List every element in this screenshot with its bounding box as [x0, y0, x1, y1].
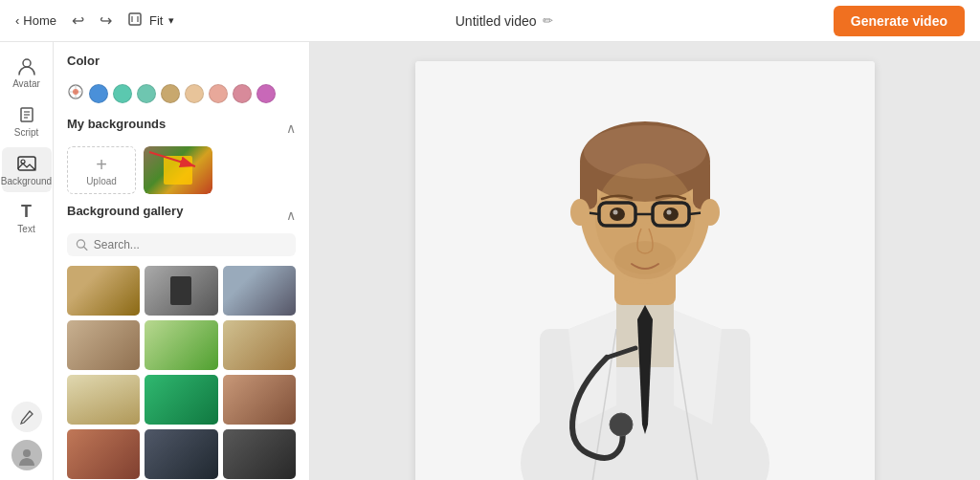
svg-rect-0	[129, 13, 141, 25]
sidebar-item-background[interactable]: Background	[2, 147, 52, 192]
gallery-item-3[interactable]	[223, 266, 296, 316]
svg-point-9	[73, 89, 78, 95]
gallery-grid	[67, 266, 296, 480]
background-gallery-section-header: Background gallery ∧	[67, 204, 296, 226]
my-backgrounds-section-header: My backgrounds ∧	[67, 117, 296, 139]
main: Avatar Script Background T Text	[0, 42, 980, 480]
edit-tool-button[interactable]	[11, 402, 42, 432]
gallery-item-8[interactable]	[145, 375, 217, 425]
color-swatch-blue[interactable]	[89, 84, 108, 103]
svg-point-7	[23, 449, 31, 457]
redo-button[interactable]: ↪	[96, 10, 116, 32]
user-avatar-icon	[16, 445, 37, 466]
color-section-header: Color	[67, 54, 296, 76]
svg-point-38	[667, 210, 672, 215]
user-avatar-thumb[interactable]	[11, 440, 42, 470]
canvas-area	[310, 42, 980, 480]
svg-point-40	[570, 199, 590, 226]
background-gallery-collapse-icon[interactable]: ∧	[286, 207, 296, 223]
color-swatch-salmon[interactable]	[209, 84, 228, 103]
color-swatch-tan[interactable]	[161, 84, 180, 103]
gallery-item-11[interactable]	[145, 429, 217, 479]
color-swatch-purple[interactable]	[256, 84, 276, 103]
gallery-item-1[interactable]	[67, 266, 140, 316]
color-picker-icon[interactable]	[67, 83, 84, 103]
fit-dropdown-icon: ▾	[168, 14, 174, 27]
my-backgrounds-row: + Upload	[67, 146, 296, 194]
edit-title-icon[interactable]: ✏	[543, 13, 553, 28]
pencil-icon	[19, 409, 34, 425]
svg-point-39	[614, 241, 676, 279]
svg-point-1	[23, 59, 31, 67]
gallery-item-2[interactable]	[145, 266, 217, 316]
sidebar-label-script: Script	[14, 127, 39, 138]
header-left: ‹ Home ↩ ↪ Fit ▾	[15, 10, 174, 32]
color-section-title: Color	[67, 54, 100, 68]
text-icon: T	[21, 202, 32, 222]
my-backgrounds-collapse-icon[interactable]: ∧	[286, 120, 296, 136]
my-backgrounds-title: My backgrounds	[67, 117, 166, 131]
gallery-item-12[interactable]	[223, 429, 296, 479]
background-gallery-title: Background gallery	[67, 204, 183, 218]
color-swatch-peach[interactable]	[185, 84, 204, 103]
svg-point-36	[663, 207, 679, 221]
upload-button[interactable]: + Upload	[67, 146, 136, 194]
upload-plus-icon: +	[96, 155, 107, 174]
svg-point-37	[613, 210, 618, 215]
canvas-frame	[415, 61, 875, 480]
color-swatch-teal[interactable]	[113, 84, 132, 103]
chevron-left-icon: ‹	[15, 13, 19, 28]
gallery-item-10[interactable]	[67, 429, 140, 479]
doctor-avatar	[415, 61, 875, 480]
avatar-icon	[16, 55, 37, 76]
color-swatches	[67, 83, 296, 103]
sidebar-bottom	[11, 402, 42, 480]
sidebar-item-script[interactable]: Script	[2, 98, 52, 143]
background-icon	[16, 153, 37, 174]
panel: Color My backgrounds ∧	[54, 42, 310, 480]
sidebar-label-text: Text	[17, 224, 34, 234]
gallery-item-7[interactable]	[67, 375, 140, 425]
sidebar-item-avatar[interactable]: Avatar	[2, 50, 52, 95]
upload-label: Upload	[86, 176, 117, 186]
fit-icon	[127, 11, 143, 30]
svg-point-41	[701, 199, 720, 226]
gallery-search-input[interactable]	[94, 238, 287, 251]
gallery-search[interactable]	[67, 233, 296, 256]
generate-video-button[interactable]: Generate video	[834, 6, 965, 36]
svg-point-21	[610, 413, 633, 436]
fit-button[interactable]: Fit ▾	[127, 11, 174, 30]
video-title: Untitled video	[456, 13, 537, 29]
undo-redo-group: ↩ ↪	[68, 10, 116, 32]
home-label: Home	[23, 13, 56, 28]
undo-button[interactable]: ↩	[68, 10, 88, 32]
fit-label: Fit	[149, 13, 163, 28]
my-background-thumb-1[interactable]	[144, 146, 212, 194]
script-icon	[16, 104, 37, 125]
sidebar-icons: Avatar Script Background T Text	[0, 42, 54, 480]
gallery-item-5[interactable]	[145, 320, 217, 370]
gallery-item-6[interactable]	[223, 320, 296, 370]
header: ‹ Home ↩ ↪ Fit ▾ Untitled video ✏ Genera…	[0, 0, 980, 42]
color-swatch-rose[interactable]	[233, 84, 252, 103]
header-center: Untitled video ✏	[456, 13, 553, 29]
sidebar-item-text[interactable]: T Text	[2, 196, 52, 240]
color-swatch-green[interactable]	[137, 84, 156, 103]
sidebar-label-avatar: Avatar	[12, 78, 40, 89]
sidebar-label-background: Background	[1, 176, 52, 186]
gallery-item-9[interactable]	[223, 375, 296, 425]
svg-point-35	[610, 207, 625, 221]
home-button[interactable]: ‹ Home	[15, 13, 56, 28]
svg-line-11	[84, 247, 87, 250]
gallery-item-4[interactable]	[67, 320, 140, 370]
search-icon	[76, 238, 88, 251]
